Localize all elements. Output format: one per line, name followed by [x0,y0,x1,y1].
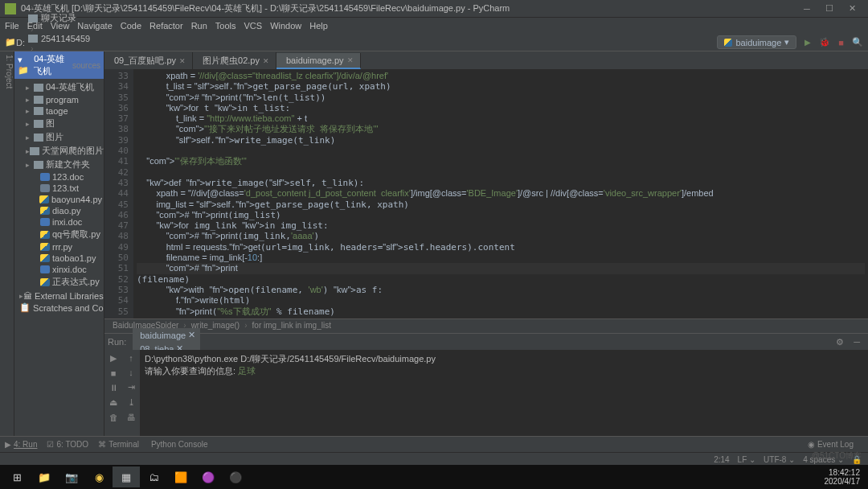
menu-tools[interactable]: Tools [215,21,236,31]
line-gutter: 33 34 35 36 37 38 39 40 41 42 43 44 45 4… [104,69,133,318]
code-area[interactable]: xpath = '//div[@class="threadlist_lz cle… [133,69,868,318]
breadcrumb[interactable]: 2541145459 [28,34,99,43]
run-config-selector[interactable]: baiduimage ▾ [717,35,796,49]
python-icon [724,39,732,47]
menu-code[interactable]: Code [121,21,141,31]
editor-tabs: 09_百度贴吧.py✕图片爬虫02.py✕baiduimage.py✕ [104,51,868,69]
close-icon[interactable]: ✕ [179,57,186,65]
debug-button[interactable]: 🐞 [819,37,830,47]
task-pycharm[interactable]: ▦ [113,466,140,487]
editor: 09_百度贴吧.py✕图片爬虫02.py✕baiduimage.py✕ 33 3… [104,51,868,436]
wrap-icon[interactable]: ⇥ [128,382,135,392]
tool-todo[interactable]: ☑ 6: TODO [47,440,88,449]
breadcrumb[interactable]: 聊天记录 [28,12,99,24]
windows-taskbar: ⊞ 📁 📷 ◉ ▦ 🗂 🟧 🟣 ⚫ 18:42:122020/4/17 [0,465,868,489]
editor-tab[interactable]: baiduimage.py✕ [276,53,361,69]
close-icon[interactable]: ✕ [263,57,269,65]
task-explorer[interactable]: 📁 [31,466,58,487]
up-icon[interactable]: ↑ [129,353,133,363]
breadcrumb[interactable]: 📁 D: [5,37,25,47]
project-tree: ▾ 📁04-英雄飞机sources ▸04-英雄飞机▸program▸taoge… [14,51,104,436]
menu-window[interactable]: Window [270,21,301,31]
scroll-icon[interactable]: ⤓ [128,397,135,408]
close-icon[interactable]: ✕ [347,56,354,64]
gear-icon[interactable]: ⚙ [836,337,844,347]
event-log[interactable]: ◉ Event Log [808,440,854,449]
close-button[interactable]: ✕ [841,3,863,14]
maximize-button[interactable]: ☐ [818,3,841,14]
watermark: @51CTO博客 [812,450,862,462]
pause-icon[interactable]: ⏸ [109,383,118,392]
stop-icon[interactable]: ■ [111,368,117,378]
run-button[interactable]: ▶ [805,38,811,47]
project-tool-strip[interactable]: 1: Project [0,51,14,436]
navigation-bar: 📁 D: ›聊天记录›2541145459›FileRecv›baiduimag… [0,34,868,51]
tree-item[interactable]: 123.txt [14,183,104,194]
bottom-toolbar: ▶ 4: Run ☑ 6: TODO ⌘ Terminal Python Con… [0,436,868,452]
editor-tab[interactable]: 09_百度贴吧.py✕ [104,52,193,69]
tool-terminal[interactable]: ⌘ Terminal [98,440,139,449]
tree-item[interactable]: qq号爬取.py [14,228,104,241]
app-icon [5,3,16,14]
menu-refactor[interactable]: Refactor [149,21,183,31]
file-encoding[interactable]: UTF-8 ⌄ [764,455,795,464]
print-icon[interactable]: 🖶 [127,413,136,422]
minimize-button[interactable]: ─ [796,4,818,14]
trash-icon[interactable]: 🗑 [109,413,118,422]
code-breadcrumb[interactable]: BaiduImageSpider› write_image()› for img… [104,318,868,333]
task-chrome[interactable]: ◉ [85,466,113,487]
tree-item[interactable]: baoyun44.py [14,194,104,205]
tree-item[interactable]: rrr.py [14,241,104,253]
tool-python-console[interactable]: Python Console [149,440,208,449]
caret-position[interactable]: 2:14 [714,455,729,464]
chevron-down-icon: ▾ [784,37,789,47]
menu-file[interactable]: File [5,21,19,31]
stop-button[interactable]: ■ [838,38,844,47]
tree-item[interactable]: ▸图 [14,117,104,130]
tree-item[interactable]: inxi.doc [14,216,104,228]
tree-item[interactable]: ▸天堂网爬的图片 [14,144,104,158]
scratches[interactable]: 📋 Scratches and Conso [14,302,104,314]
tree-item[interactable]: ▸taoge [14,105,104,117]
project-root[interactable]: ▾ 📁04-英雄飞机sources [14,51,104,79]
tree-item[interactable]: ▸新建文件夹 [14,158,104,171]
tool-run[interactable]: ▶ 4: Run [5,440,37,449]
run-output[interactable]: D:\python38\python.exe D:/聊天记录/254114545… [140,350,868,436]
line-separator[interactable]: LF ⌄ [738,455,755,464]
task-app2[interactable]: 🟧 [167,466,194,487]
hide-icon[interactable]: ─ [854,337,860,347]
main-menu: FileEditViewNavigateCodeRefactorRunTools… [0,18,868,34]
menu-help[interactable]: Help [309,21,328,31]
tree-item[interactable]: ▸04-英雄飞机 [14,80,104,94]
run-panel: Run: baiduimage✕08_tieba✕ ⚙ ─ ▶ ■ ⏸ ⏏ 🗑 [104,333,868,436]
task-camera[interactable]: 📷 [58,466,85,487]
run-label: Run: [108,337,126,347]
exit-icon[interactable]: ⏏ [109,397,117,408]
task-app3[interactable]: 🟣 [194,466,222,487]
menu-vcs[interactable]: VCS [244,21,263,31]
run-controls: ▶ ■ ⏸ ⏏ 🗑 ↑ ↓ ⇥ ⤓ 🖶 [104,350,140,436]
tree-item[interactable]: diao.py [14,205,104,216]
editor-tab[interactable]: 图片爬虫02.py✕ [193,52,276,69]
task-app4[interactable]: ⚫ [222,466,249,487]
tree-item[interactable]: 123.doc [14,171,104,183]
tree-item[interactable]: ▸图片 [14,130,104,144]
tree-item[interactable]: 正表达式.py [14,275,104,289]
start-button[interactable]: ⊞ [3,466,31,487]
tree-item[interactable]: taobao1.py [14,253,104,264]
down-icon[interactable]: ↓ [129,368,133,377]
task-app1[interactable]: 🗂 [140,466,167,487]
tree-item[interactable]: ▸program [14,94,104,105]
window-titlebar: 04-英雄飞机 [D:\聊天记录\2541145459\FileRecv\04-… [0,0,868,18]
menu-run[interactable]: Run [191,21,207,31]
external-libraries[interactable]: ▸🏛 External Libraries [14,290,104,302]
tree-item[interactable]: xinxi.doc [14,264,104,275]
system-clock[interactable]: 18:42:122020/4/17 [825,468,866,486]
rerun-icon[interactable]: ▶ [110,353,117,364]
run-tab[interactable]: baiduimage✕ [133,328,200,342]
search-icon[interactable]: 🔍 [852,37,863,47]
